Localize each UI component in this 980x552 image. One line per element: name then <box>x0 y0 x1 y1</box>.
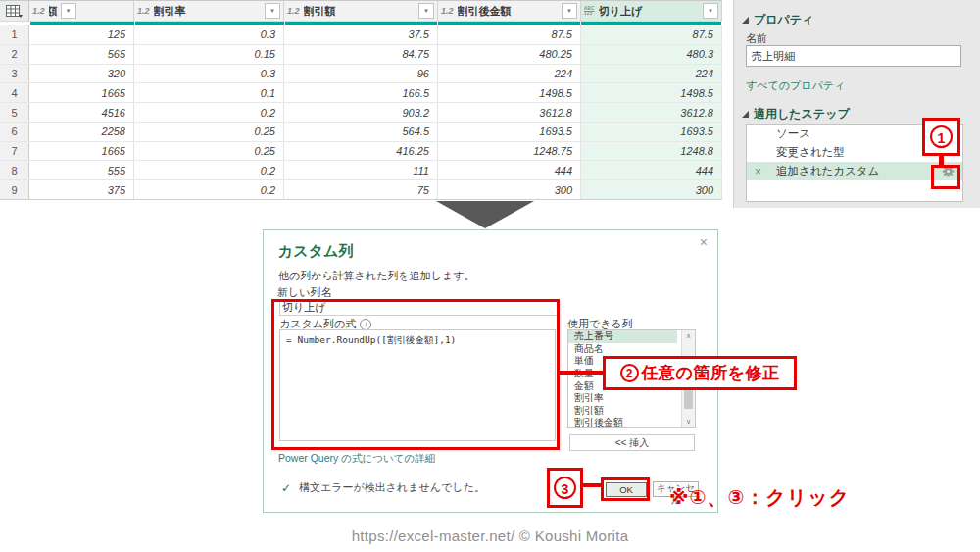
available-column-item[interactable]: 商品名 <box>568 343 677 356</box>
table-cell[interactable]: 1665 <box>29 142 134 161</box>
table-cell[interactable]: 4516 <box>29 103 134 122</box>
table-cell[interactable]: 1665 <box>29 83 134 102</box>
annotation-marker-2: 2 任意の箇所を修正 <box>603 356 797 390</box>
annotation-connector-1 <box>939 154 944 166</box>
column-type-icon: 1.2 <box>32 6 45 16</box>
table-cell[interactable]: 416.25 <box>284 142 438 161</box>
applied-step-item[interactable]: ×追加されたカスタム <box>747 162 962 180</box>
quality-bar-spacer <box>0 22 29 25</box>
table-cell[interactable]: 125 <box>29 25 134 44</box>
table-cell[interactable]: 84.75 <box>284 45 438 64</box>
table-cell[interactable]: 1693.5 <box>581 123 722 141</box>
table-cell[interactable]: 0.2 <box>134 103 284 122</box>
row-number[interactable]: 8 <box>0 161 29 179</box>
learn-more-link[interactable]: Power Query の式についての詳細 <box>278 452 435 466</box>
all-properties-link[interactable]: すべてのプロパティ <box>746 78 845 93</box>
table-cell[interactable]: 300 <box>581 180 722 199</box>
table-cell[interactable]: 0.15 <box>134 45 284 64</box>
available-column-item[interactable]: 売上番号 <box>568 330 677 343</box>
table-cell[interactable]: 224 <box>438 65 581 83</box>
step-label: 変更された型 <box>776 145 845 160</box>
available-column-item[interactable]: 割引率 <box>568 392 677 405</box>
table-cell[interactable]: 1498.5 <box>438 83 581 102</box>
table-cell[interactable]: 320 <box>29 65 134 83</box>
step-label: ソース <box>776 126 810 141</box>
close-icon[interactable]: × <box>700 234 708 250</box>
table-cell[interactable]: 0.2 <box>134 180 284 199</box>
syntax-status: ✓ 構文エラーが検出されませんでした。 <box>281 480 485 495</box>
row-number[interactable]: 9 <box>0 180 29 199</box>
table-cell[interactable]: 0.2 <box>134 161 284 179</box>
table-cell[interactable]: 480.25 <box>438 45 581 64</box>
circled-number-2: 2 <box>620 364 639 382</box>
properties-section-header[interactable]: プロパティ <box>742 12 813 28</box>
table-cell[interactable]: 480.3 <box>581 45 722 64</box>
annotation-frame-gear <box>931 165 960 189</box>
annotation-frame-ok <box>601 477 650 501</box>
available-column-item[interactable]: 割引額 <box>568 405 677 418</box>
table-cell[interactable]: 0.3 <box>134 25 284 44</box>
column-header-2[interactable]: 1.2割引率▾ <box>134 1 284 22</box>
table-cell[interactable]: 300 <box>438 180 581 199</box>
scroll-up-icon[interactable]: ∧ <box>682 332 695 340</box>
table-cell[interactable]: 0.25 <box>134 142 284 161</box>
table-cell[interactable]: 37.5 <box>284 25 438 44</box>
applied-steps-section-header[interactable]: 適用したステップ <box>742 106 850 123</box>
row-number[interactable]: 3 <box>0 65 29 83</box>
table-cell[interactable]: 444 <box>438 161 581 179</box>
scroll-down-icon[interactable]: ∨ <box>682 418 695 426</box>
filter-dropdown-button[interactable]: ▾ <box>265 3 280 19</box>
table-cell[interactable]: 903.2 <box>284 103 438 122</box>
table-row: 545160.2903.23612.83612.8 <box>0 103 722 123</box>
table-row: 93750.275300300 <box>0 180 722 199</box>
column-header-5[interactable]: ABC123切り上げ▾ <box>581 1 722 22</box>
filter-dropdown-button[interactable]: ▾ <box>703 3 718 19</box>
column-header-3[interactable]: 1.2割引額▾ <box>284 1 438 22</box>
table-cell[interactable]: 375 <box>29 180 134 199</box>
applied-steps-label: 適用したステップ <box>754 106 850 123</box>
table-cell[interactable]: 1248.8 <box>581 142 722 161</box>
available-column-item[interactable]: 割引後金額 <box>568 417 677 428</box>
table-grid-icon <box>6 5 23 18</box>
table-cell[interactable]: 565 <box>29 45 134 64</box>
row-number[interactable]: 1 <box>0 25 29 44</box>
table-corner-menu[interactable] <box>0 1 29 22</box>
row-number[interactable]: 4 <box>0 83 29 102</box>
filter-dropdown-button[interactable]: ▾ <box>562 3 577 19</box>
table-cell[interactable]: 224 <box>581 65 722 83</box>
table-cell[interactable]: 111 <box>284 161 438 179</box>
table-cell[interactable]: 444 <box>581 161 722 179</box>
table-cell[interactable]: 96 <box>284 65 438 83</box>
table-cell[interactable]: 1248.75 <box>438 142 581 161</box>
row-number[interactable]: 2 <box>0 45 29 64</box>
table-cell[interactable]: 87.5 <box>581 25 722 44</box>
table-cell[interactable]: 166.5 <box>284 83 438 102</box>
table-cell[interactable]: 75 <box>284 180 438 199</box>
table-cell[interactable]: 2258 <box>29 123 134 141</box>
column-header-1[interactable]: 1.2額▾ <box>29 1 134 22</box>
row-number[interactable]: 7 <box>0 142 29 161</box>
column-header-label: 割引後金額 <box>458 4 559 19</box>
filter-dropdown-button[interactable]: ▾ <box>61 3 76 19</box>
table-cell[interactable]: 3612.8 <box>581 103 722 122</box>
properties-section-label: プロパティ <box>754 12 813 28</box>
column-header-4[interactable]: 1.2割引後金額▾ <box>438 1 581 22</box>
circled-number-3: 3 <box>554 477 576 499</box>
table-cell[interactable]: 555 <box>29 161 134 179</box>
row-number[interactable]: 5 <box>0 103 29 122</box>
delete-step-icon[interactable]: × <box>755 165 761 178</box>
query-name-input[interactable] <box>746 45 961 67</box>
table-cell[interactable]: 1498.5 <box>581 83 722 102</box>
table-cell[interactable]: 0.3 <box>134 65 284 83</box>
check-icon: ✓ <box>281 481 291 495</box>
table-cell[interactable]: 3612.8 <box>438 103 581 122</box>
table-row: 25650.1584.75480.25480.3 <box>0 45 722 65</box>
insert-button[interactable]: << 挿入 <box>569 434 695 451</box>
row-number[interactable]: 6 <box>0 123 29 141</box>
table-cell[interactable]: 0.25 <box>134 123 284 141</box>
table-cell[interactable]: 0.1 <box>134 83 284 102</box>
table-cell[interactable]: 87.5 <box>438 25 581 44</box>
table-cell[interactable]: 564.5 <box>284 123 438 141</box>
filter-dropdown-button[interactable]: ▾ <box>418 3 434 19</box>
table-cell[interactable]: 1693.5 <box>438 123 581 141</box>
